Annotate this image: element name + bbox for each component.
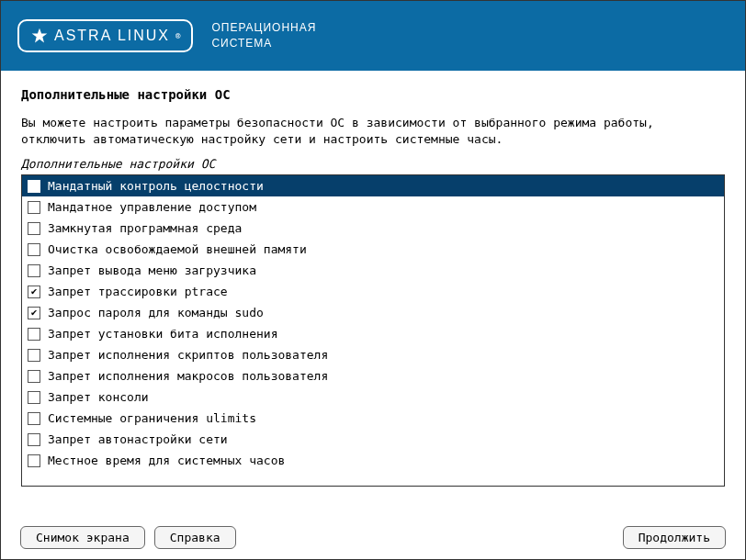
- option-row[interactable]: Запрет автонастройки сети: [22, 429, 724, 450]
- option-row[interactable]: Запрет вывода меню загрузчика: [22, 260, 724, 281]
- option-label: Мандатное управление доступом: [48, 200, 256, 214]
- option-label: Запрос пароля для команды sudo: [48, 306, 264, 319]
- continue-button[interactable]: Продолжить: [623, 526, 726, 549]
- checkbox-icon[interactable]: [28, 412, 40, 425]
- option-label: Запрет консоли: [48, 390, 149, 404]
- content-area: Дополнительные настройки ОС Вы можете на…: [1, 71, 745, 496]
- option-label: Запрет установки бита исполнения: [48, 327, 277, 341]
- checkbox-icon[interactable]: [28, 201, 40, 214]
- checkbox-icon[interactable]: [28, 454, 40, 467]
- checkbox-icon[interactable]: [28, 243, 40, 256]
- header-title-line1: ОПЕРАЦИОННАЯ: [211, 20, 316, 36]
- checkbox-icon[interactable]: [28, 370, 40, 383]
- option-label: Запрет исполнения скриптов пользователя: [48, 348, 328, 362]
- option-row[interactable]: Местное время для системных часов: [22, 450, 724, 471]
- help-button[interactable]: Справка: [154, 526, 236, 549]
- option-row[interactable]: Запрет трассировки ptrace: [22, 281, 724, 302]
- option-label: Запрет трассировки ptrace: [48, 285, 228, 298]
- option-label: Системные ограничения ulimits: [48, 411, 256, 425]
- header-title: ОПЕРАЦИОННАЯ СИСТЕМА: [211, 20, 316, 51]
- registered-icon: ®: [175, 31, 180, 40]
- checkbox-icon[interactable]: [28, 307, 40, 319]
- option-label: Запрет вывода меню загрузчика: [48, 263, 256, 277]
- svg-marker-0: [32, 28, 48, 43]
- page-title: Дополнительные настройки ОС: [21, 87, 725, 102]
- logo: ASTRA LINUX®: [17, 19, 193, 52]
- option-label: Запрет автонастройки сети: [48, 432, 228, 446]
- footer: Снимок экрана Справка Продолжить: [0, 514, 746, 560]
- checkbox-icon[interactable]: [28, 286, 40, 298]
- installer-header: ASTRA LINUX® ОПЕРАЦИОННАЯ СИСТЕМА: [1, 1, 745, 71]
- logo-text: ASTRA LINUX: [54, 28, 170, 44]
- checkbox-icon[interactable]: [28, 391, 40, 404]
- checkbox-icon[interactable]: [28, 264, 40, 277]
- option-label: Запрет исполнения макросов пользователя: [48, 369, 328, 383]
- options-list: Мандатный контроль целостностиМандатное …: [21, 174, 725, 487]
- checkbox-icon[interactable]: [28, 433, 40, 446]
- option-row[interactable]: Запрет исполнения скриптов пользователя: [22, 344, 724, 365]
- option-row[interactable]: Замкнутая программная среда: [22, 218, 724, 239]
- option-row[interactable]: Очистка освобождаемой внешней памяти: [22, 239, 724, 260]
- section-label: Дополнительные настройки ОС: [21, 157, 725, 171]
- option-label: Мандатный контроль целостности: [48, 179, 264, 193]
- option-row[interactable]: Запрет исполнения макросов пользователя: [22, 365, 724, 386]
- option-row[interactable]: Мандатное управление доступом: [22, 196, 724, 218]
- option-row[interactable]: Запрос пароля для команды sudo: [22, 302, 724, 323]
- checkbox-icon[interactable]: [28, 222, 40, 235]
- option-label: Замкнутая программная среда: [48, 221, 242, 235]
- option-label: Местное время для системных часов: [48, 454, 285, 467]
- checkbox-icon[interactable]: [28, 328, 40, 341]
- option-row[interactable]: Системные ограничения ulimits: [22, 408, 724, 429]
- header-title-line2: СИСТЕМА: [211, 36, 316, 51]
- checkbox-icon[interactable]: [28, 180, 40, 193]
- checkbox-icon[interactable]: [28, 349, 40, 362]
- star-icon: [30, 27, 49, 45]
- option-label: Очистка освобождаемой внешней памяти: [48, 242, 307, 256]
- option-row[interactable]: Мандатный контроль целостности: [22, 175, 724, 196]
- option-row[interactable]: Запрет консоли: [22, 386, 724, 408]
- option-row[interactable]: Запрет установки бита исполнения: [22, 323, 724, 344]
- page-description: Вы можете настроить параметры безопаснос…: [21, 115, 725, 148]
- screenshot-button[interactable]: Снимок экрана: [20, 526, 145, 549]
